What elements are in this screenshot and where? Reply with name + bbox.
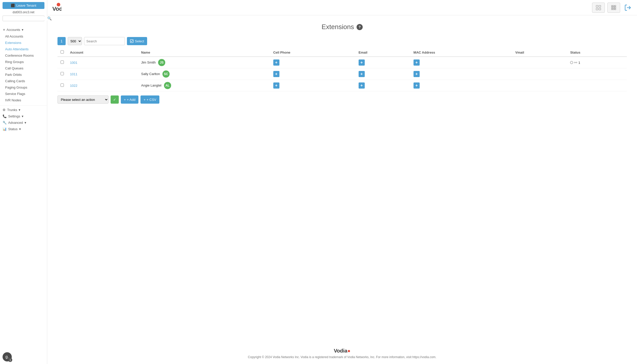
add-email-1011[interactable]: + <box>359 71 365 77</box>
svg-rect-4 <box>596 8 598 10</box>
select-button[interactable]: Select <box>127 37 147 45</box>
sidebar-item-park-orbits[interactable]: Park Orbits <box>0 71 47 78</box>
sidebar-item-conference-rooms[interactable]: Conference Rooms <box>0 52 47 59</box>
status-icons-1001: ⚯ 1 <box>570 60 624 65</box>
csv-plus-icon: + <box>144 98 146 102</box>
page-title-row: Extensions ? <box>57 23 627 31</box>
row-checkbox-1001[interactable] <box>61 60 64 64</box>
advanced-group-label: Advanced <box>8 121 23 125</box>
confirm-action-button[interactable]: ✓ <box>111 95 119 104</box>
add-email-1022[interactable]: + <box>359 82 365 89</box>
grid-view-2-button[interactable] <box>607 3 620 13</box>
add-mac-1001[interactable]: + <box>414 59 420 66</box>
svg-rect-5 <box>599 8 601 10</box>
logout-button[interactable] <box>623 3 633 13</box>
status-link-icon-1001: ⚯ <box>574 60 577 65</box>
add-cell-phone-1011[interactable]: + <box>273 71 279 77</box>
add-label: + Add <box>127 98 136 102</box>
settings-icon: 📞 <box>3 114 7 118</box>
row-status-1001: ⚯ 1 <box>567 57 627 68</box>
help-label: ? <box>359 25 361 29</box>
sidebar-top: ⬛ Leave Tenant dst003.onc3.net 🔍 <box>0 0 47 25</box>
row-name-1011: Sally Carlton SC <box>138 68 270 80</box>
row-vmail-1001 <box>512 57 567 68</box>
ivr-nodes-label: IVR Nodes <box>5 98 21 102</box>
table-row: 1011 Sally Carlton SC + + <box>57 68 627 80</box>
svg-rect-3 <box>599 5 601 7</box>
header-cell-phone: Cell Phone <box>270 48 356 57</box>
avatar-sc: SC <box>162 70 170 78</box>
select-icon <box>130 39 134 43</box>
add-cell-phone-1001[interactable]: + <box>273 59 279 66</box>
select-label: Select <box>135 39 144 43</box>
trunks-group-header[interactable]: ⚙ Trunks ▾ <box>0 107 47 113</box>
account-link-1001[interactable]: 1001 <box>70 61 77 65</box>
svg-rect-6 <box>611 5 613 6</box>
advanced-group-header[interactable]: 🔧 Advanced ▾ <box>0 119 47 126</box>
table-body: 1001 Jim Smith JS + + + <box>57 57 627 91</box>
table-header: Account Name Cell Phone Email MAC Addres… <box>57 48 627 57</box>
select-all-checkbox[interactable] <box>61 50 64 54</box>
sidebar-item-ring-groups[interactable]: Ring Groups <box>0 59 47 65</box>
account-link-1011[interactable]: 1011 <box>70 72 77 76</box>
trunks-icon: ⚙ <box>3 108 6 112</box>
header-account: Account <box>67 48 138 57</box>
add-button[interactable]: + + Add <box>121 95 138 104</box>
svg-rect-14 <box>615 8 616 10</box>
user-avatar[interactable]: g. 1 <box>3 352 12 361</box>
per-page-select[interactable]: 500 10 25 50 100 200 <box>68 37 82 45</box>
search-input[interactable] <box>84 37 125 45</box>
row-account-1001: 1001 <box>67 57 138 68</box>
settings-group-header[interactable]: 📞 Settings ▾ <box>0 113 47 119</box>
status-count-1001: 1 <box>578 61 580 65</box>
sidebar-search-box[interactable]: 🔍 <box>3 16 44 21</box>
action-select[interactable]: Please select an action Delete Export <box>57 95 109 104</box>
svg-text:Vodia: Vodia <box>52 6 62 12</box>
sidebar-item-all-accounts[interactable]: All Accounts <box>0 33 47 40</box>
grid-view-1-button[interactable] <box>592 3 605 13</box>
status-group-header[interactable]: 📊 Status ▾ <box>0 126 47 132</box>
add-mac-1011[interactable]: + <box>414 71 420 77</box>
ring-groups-label: Ring Groups <box>5 60 24 64</box>
sidebar-item-paging-groups[interactable]: Paging Groups <box>0 84 47 91</box>
row-checkbox-cell <box>57 68 67 80</box>
sidebar-search-input[interactable] <box>4 17 47 20</box>
help-icon-button[interactable]: ? <box>357 24 363 30</box>
footer-logo: Vodia● <box>52 348 632 354</box>
page-number-button[interactable]: 1 <box>57 37 66 45</box>
sidebar-item-service-flags[interactable]: Service Flags <box>0 91 47 97</box>
accounts-group-label: Accounts <box>7 28 20 32</box>
table-row: 1022 Angie Langtel AL + + <box>57 80 627 91</box>
conference-rooms-label: Conference Rooms <box>5 54 34 57</box>
sidebar-item-call-queues[interactable]: Call Queues <box>0 65 47 71</box>
page-footer: Vodia● Copyright © 2024 Vodia Networks I… <box>47 343 637 364</box>
row-checkbox-1011[interactable] <box>61 72 64 75</box>
avatar-al: AL <box>164 82 171 89</box>
sidebar-item-ivr-nodes[interactable]: IVR Nodes <box>0 97 47 103</box>
status-group-label: Status <box>8 127 18 131</box>
sidebar-item-auto-attendants[interactable]: Auto Attendants <box>0 46 47 52</box>
sidebar-bottom: g. 1 <box>0 350 47 364</box>
leave-tenant-button[interactable]: ⬛ Leave Tenant <box>3 2 44 9</box>
add-cell-phone-1022[interactable]: + <box>273 82 279 89</box>
sidebar-item-calling-cards[interactable]: Calling Cards <box>0 78 47 84</box>
accounts-nav-section: ≡ Accounts ▾ All Accounts Extensions Aut… <box>0 25 47 104</box>
header-mac-address: MAC Address <box>410 48 512 57</box>
row-checkbox-1022[interactable] <box>61 83 64 87</box>
sidebar-item-extensions[interactable]: Extensions <box>0 40 47 46</box>
add-mac-1022[interactable]: + <box>414 82 420 89</box>
row-name-1022: Angie Langtel AL <box>138 80 270 91</box>
logo-area: Vodia <box>51 3 62 13</box>
header-name: Name <box>138 48 270 57</box>
tenant-domain: dst003.onc3.net <box>3 10 44 16</box>
row-email-1001: + <box>356 57 410 68</box>
csv-button[interactable]: + + CSV <box>140 95 159 104</box>
door-icon: ⬛ <box>11 4 15 7</box>
header-checkbox-col <box>57 48 67 57</box>
auto-attendants-label: Auto Attendants <box>5 47 29 51</box>
accounts-group-header[interactable]: ≡ Accounts ▾ <box>0 26 47 33</box>
account-link-1022[interactable]: 1022 <box>70 84 77 88</box>
add-email-1001[interactable]: + <box>359 59 365 66</box>
park-orbits-label: Park Orbits <box>5 73 22 77</box>
advanced-icon: 🔧 <box>3 121 7 125</box>
